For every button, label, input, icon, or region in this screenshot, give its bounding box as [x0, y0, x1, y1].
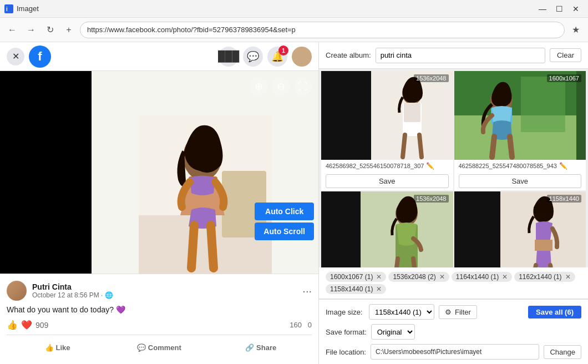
share-action-button[interactable]: 🔗 Share: [210, 337, 312, 357]
image-card-1: 1536x2048 462586982_525546150078718_307 …: [321, 71, 453, 190]
app-title: Imaget: [17, 4, 39, 13]
edit-icon-1[interactable]: ✏️: [426, 162, 434, 170]
maximize-button[interactable]: ☐: [551, 1, 567, 17]
change-button[interactable]: Change: [544, 345, 581, 359]
comments-count: 160 0: [290, 321, 312, 329]
author-name: Putri Cinta: [32, 282, 113, 291]
fb-header-right: ███ 💬 🔔 1: [219, 47, 312, 67]
image-size-select[interactable]: 1158x1440 (1): [369, 304, 434, 320]
fullscreen-button[interactable]: ⛶: [294, 78, 312, 95]
bookmark-button[interactable]: ★: [568, 22, 584, 38]
action-row: 👍 Like 💬 Comment 🔗 Share: [7, 337, 312, 357]
facebook-logo: f: [29, 46, 51, 68]
chip-label-3: 1164x1440 (1): [456, 273, 499, 281]
chip-1164x1440: 1164x1440 (1) ✕: [452, 272, 512, 282]
photo-black-left: [0, 71, 92, 274]
post-text: What do you want to do today? 💜: [7, 305, 312, 314]
bottom-controls: Image size: 1158x1440 (1) ⚙ Filter Save …: [319, 299, 588, 364]
photo-center: [92, 71, 318, 274]
image-meta-2: 462588225_525547480078585_943 ✏️: [454, 160, 586, 172]
file-location-label: File location:: [326, 348, 366, 356]
address-bar[interactable]: [80, 22, 565, 38]
image-thumb-2: 1600x1067: [454, 71, 586, 160]
chip-1536x2048: 1536x2048 (2) ✕: [388, 272, 449, 282]
image-area[interactable]: 1536x2048 462586982_525546150078718_307 …: [319, 69, 588, 267]
zoom-out-button[interactable]: ⊖: [272, 78, 290, 95]
image-filename-2: 462588225_525547480078585_943 ✏️: [459, 162, 582, 170]
format-select[interactable]: Original: [371, 324, 415, 340]
chip-label-2: 1536x2048 (2): [393, 273, 435, 281]
app-icon: i: [4, 4, 13, 13]
file-location-input[interactable]: [371, 344, 539, 360]
photo-inner: [0, 71, 318, 274]
image-size-label: Image size:: [326, 308, 364, 316]
close-button[interactable]: ✕: [568, 1, 584, 17]
image-thumb-1: 1536x2048: [321, 71, 453, 160]
save-button-2[interactable]: Save: [459, 174, 582, 188]
apps-grid-button[interactable]: ███: [219, 47, 239, 67]
title-bar-left: i Imaget: [4, 4, 39, 13]
svg-text:i: i: [6, 6, 8, 12]
facebook-header: ✕ f ███ 💬 🔔 1: [0, 42, 318, 71]
refresh-button[interactable]: ↻: [42, 22, 58, 38]
chip-remove-1[interactable]: ✕: [376, 273, 382, 281]
author-avatar: [7, 281, 27, 301]
heart-reaction-icon: ❤️: [21, 320, 32, 330]
new-tab-button[interactable]: +: [61, 22, 77, 38]
chip-remove-3[interactable]: ✕: [502, 273, 508, 281]
save-format-row: Save format: Original: [326, 324, 581, 340]
author-details: Putri Cinta October 12 at 8:56 PM · 🌐: [32, 282, 113, 299]
reaction-count: 909: [36, 321, 48, 330]
image-card-4: 1158x1440 462590200_525549 ✏️ Save: [454, 191, 586, 267]
chip-label-1: 1600x1067 (1): [330, 273, 373, 281]
image-dims-3: 1536x2048: [414, 195, 448, 203]
image-dims-4: 1158x1440: [547, 195, 581, 203]
title-bar-controls: — ☐ ✕: [535, 1, 584, 17]
thumb-image-1: [387, 74, 437, 160]
save-format-label: Save format:: [326, 328, 367, 336]
file-location-row: File location: Change: [326, 344, 581, 360]
photo-image: [139, 115, 272, 274]
edit-icon-2[interactable]: ✏️: [559, 162, 567, 170]
thumb-image-2: [454, 71, 576, 160]
zoom-in-button[interactable]: ⊕: [250, 78, 267, 95]
notifications-button[interactable]: 🔔 1: [267, 47, 287, 67]
auto-click-button[interactable]: Auto Click: [255, 203, 314, 220]
like-action-button[interactable]: 👍 Like: [7, 337, 108, 357]
svg-rect-13: [521, 77, 565, 132]
post-author: Putri Cinta October 12 at 8:56 PM · 🌐 ··…: [7, 281, 312, 301]
auto-scroll-button[interactable]: Auto Scroll: [255, 223, 314, 240]
chip-remove-5[interactable]: ✕: [376, 285, 382, 293]
author-date: October 12 at 8:56 PM · 🌐: [32, 291, 113, 299]
avatar-button[interactable]: [292, 47, 312, 67]
image-dims-1: 1536x2048: [414, 74, 448, 82]
forward-button[interactable]: →: [23, 22, 39, 38]
filter-chips: 1600x1067 (1) ✕ 1536x2048 (2) ✕ 1164x144…: [319, 267, 588, 299]
album-input[interactable]: [376, 48, 545, 63]
comment-action-button[interactable]: 💬 Comment: [108, 337, 210, 357]
image-size-row: Image size: 1158x1440 (1) ⚙ Filter Save …: [326, 304, 581, 320]
fb-close-button[interactable]: ✕: [7, 48, 24, 65]
image-card-2: 1600x1067 462588225_525547480078585_943 …: [454, 71, 586, 190]
svg-rect-21: [535, 240, 552, 251]
clear-button[interactable]: Clear: [550, 48, 581, 62]
messenger-button[interactable]: 💬: [243, 47, 263, 67]
save-button-1[interactable]: Save: [326, 174, 449, 188]
chip-remove-4[interactable]: ✕: [565, 273, 571, 281]
minimize-button[interactable]: —: [535, 1, 550, 17]
filter-icon: ⚙: [445, 308, 452, 316]
auto-buttons: Auto Click Auto Scroll: [255, 203, 314, 240]
image-filename-1: 462586982_525546150078718_307 ✏️: [326, 162, 449, 170]
back-button[interactable]: ←: [4, 22, 20, 38]
image-dims-2: 1600x1067: [547, 74, 581, 82]
filter-button[interactable]: ⚙ Filter: [439, 305, 477, 319]
like-reaction-icon: 👍: [7, 320, 18, 330]
chip-remove-2[interactable]: ✕: [439, 273, 445, 281]
reactions-row: 👍 ❤️ 909 160 0: [7, 320, 312, 335]
image-meta-1: 462586982_525546150078718_307 ✏️: [321, 160, 453, 172]
post-info: Putri Cinta October 12 at 8:56 PM · 🌐 ··…: [0, 274, 318, 364]
notification-badge: 1: [278, 46, 288, 55]
image-grid: 1536x2048 462586982_525546150078718_307 …: [319, 69, 588, 267]
save-all-button[interactable]: Save all (6): [528, 306, 581, 318]
post-more-button[interactable]: ···: [302, 285, 312, 297]
